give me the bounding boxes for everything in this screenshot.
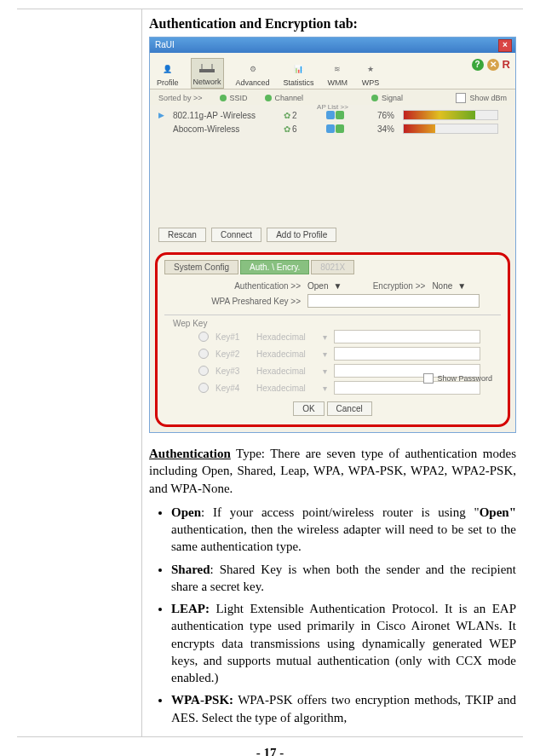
connect-button[interactable]: Connect bbox=[211, 228, 261, 242]
mode-g-icon bbox=[336, 124, 344, 133]
dot-icon bbox=[371, 95, 378, 101]
wep-key-label: Key#2 bbox=[215, 349, 250, 359]
toolbar-label: Advanced bbox=[236, 78, 270, 87]
radio-icon bbox=[198, 332, 209, 342]
wep-group: Wep Key Key#1 Hexadecimal ▾ bbox=[164, 315, 501, 396]
sort-channel[interactable]: Channel bbox=[265, 94, 304, 102]
show-password-toggle[interactable]: Show Password bbox=[423, 373, 492, 384]
ap-mode-icons bbox=[326, 124, 360, 133]
advanced-icon: ⚙ bbox=[244, 61, 262, 77]
active-indicator-icon: ▶ bbox=[158, 111, 164, 119]
item-head: LEAP: bbox=[171, 602, 210, 615]
add-to-profile-button[interactable]: Add to Profile bbox=[267, 228, 336, 242]
radio-icon bbox=[198, 383, 209, 393]
wps-icon: ★ bbox=[361, 61, 380, 77]
auth-mode-list: Open: If your access point/wireless rout… bbox=[149, 504, 516, 726]
toolbar-label: Network bbox=[193, 78, 221, 86]
toolbar-wps[interactable]: ★ WPS bbox=[359, 60, 382, 89]
checkbox-icon[interactable] bbox=[456, 93, 466, 103]
dot-icon bbox=[265, 95, 272, 101]
radio-icon bbox=[198, 349, 209, 359]
config-tabstrip: System Config Auth. \ Encry. 8021X bbox=[164, 260, 501, 274]
help-icon[interactable]: ? bbox=[472, 59, 484, 71]
auth-paragraph: Authentication Type: There are seven typ… bbox=[149, 445, 516, 497]
list-item: WPA-PSK: WPA-PSK offers two encryption m… bbox=[171, 691, 516, 726]
cancel-button[interactable]: Cancel bbox=[327, 401, 372, 416]
sort-row: Sorted by >> SSID Channel Signal Show dB… bbox=[150, 89, 515, 105]
body-text: Authentication Type: There are seven typ… bbox=[149, 445, 516, 726]
sorted-label: Sorted by >> bbox=[158, 94, 203, 102]
wep-key-type: Hexadecimal bbox=[256, 332, 316, 342]
wep-group-label: Wep Key bbox=[164, 319, 501, 328]
list-button-row: Rescan Connect Add to Profile bbox=[150, 222, 515, 247]
wep-key-input bbox=[334, 330, 480, 343]
radio-icon bbox=[198, 366, 209, 376]
close-icon[interactable]: × bbox=[498, 39, 512, 52]
list-item: Open: If your access point/wireless rout… bbox=[171, 504, 516, 556]
signal-fill bbox=[404, 111, 475, 119]
item-head: Shared bbox=[171, 563, 210, 576]
tab-auth-encry[interactable]: Auth. \ Encry. bbox=[240, 260, 309, 274]
checkbox-icon[interactable] bbox=[423, 373, 434, 384]
wep-key-type: Hexadecimal bbox=[256, 366, 316, 376]
toolbar-label: WMM bbox=[328, 78, 348, 87]
list-item: Shared: Shared Key is when both the send… bbox=[171, 561, 516, 596]
chevron-down-icon: ▾ bbox=[323, 366, 327, 376]
ap-channel: ✿6 bbox=[284, 124, 318, 134]
ap-channel: ✿2 bbox=[284, 111, 318, 120]
toolbar-statistics[interactable]: 📊 Statistics bbox=[282, 60, 316, 89]
window-titlebar[interactable]: RaUI × bbox=[150, 38, 515, 53]
sort-ssid[interactable]: SSID bbox=[220, 94, 248, 102]
wep-key-label: Key#1 bbox=[215, 332, 250, 342]
auth-panel-highlight: System Config Auth. \ Encry. 8021X Authe… bbox=[155, 252, 510, 427]
ap-signal-pct: 34% bbox=[369, 124, 394, 134]
wep-key-row: Key#2 Hexadecimal ▾ bbox=[164, 345, 501, 362]
rescan-button[interactable]: Rescan bbox=[158, 228, 206, 242]
chevron-down-icon: ▾ bbox=[323, 384, 327, 393]
list-item: LEAP: Light Extensible Authentication Pr… bbox=[171, 600, 516, 686]
toolbar: 👤 Profile Network ⚙ Ad bbox=[150, 53, 515, 89]
show-dbm-toggle[interactable]: Show dBm bbox=[456, 93, 507, 103]
wep-key-row: Key#1 Hexadecimal ▾ bbox=[164, 328, 501, 345]
wep-key-label: Key#3 bbox=[215, 366, 250, 376]
auth-row: Authentication >> Open ▼ Encryption >> N… bbox=[164, 280, 501, 292]
toolbar-network[interactable]: Network bbox=[191, 58, 224, 89]
sort-signal[interactable]: Signal bbox=[371, 94, 403, 102]
statistics-icon: 📊 bbox=[290, 61, 308, 77]
wep-key-type: Hexadecimal bbox=[256, 349, 316, 359]
ok-button[interactable]: OK bbox=[293, 401, 324, 416]
auth-value: Open bbox=[307, 281, 328, 291]
chevron-down-icon: ▼ bbox=[333, 281, 342, 291]
ap-row[interactable]: ▶ Abocom-Wireless ✿6 34% bbox=[158, 122, 507, 136]
toolbar-wmm[interactable]: ≋ WMM bbox=[326, 60, 350, 89]
item-text: : If your access point/wireless router i… bbox=[201, 505, 480, 519]
left-column bbox=[17, 9, 142, 737]
enc-dropdown[interactable]: None ▼ bbox=[432, 281, 466, 291]
auth-para-lead: Authentication bbox=[149, 447, 231, 460]
toolbar-advanced[interactable]: ⚙ Advanced bbox=[234, 60, 272, 89]
toolbar-label: Profile bbox=[157, 78, 179, 87]
signal-bar bbox=[403, 124, 498, 134]
dot-icon bbox=[220, 95, 227, 101]
tab-system-config[interactable]: System Config bbox=[164, 260, 238, 274]
mode-g-icon bbox=[336, 111, 344, 119]
toolbar-profile[interactable]: 👤 Profile bbox=[155, 60, 181, 89]
toolbar-help-icons: ? ✕ R bbox=[472, 58, 510, 71]
signal-bar bbox=[403, 110, 498, 120]
auth-dropdown[interactable]: Open ▼ bbox=[307, 281, 342, 291]
item-text: : Shared Key is when both the sender and… bbox=[171, 563, 516, 593]
chevron-down-icon: ▾ bbox=[323, 349, 327, 359]
wpa-row: WPA Preshared Key >> bbox=[164, 292, 501, 309]
ap-signal-pct: 76% bbox=[369, 111, 394, 120]
enc-label: Encryption >> bbox=[348, 281, 425, 291]
close-round-icon[interactable]: ✕ bbox=[487, 59, 499, 71]
svg-rect-0 bbox=[199, 69, 215, 72]
ap-name: 802.11g-AP -Wireless bbox=[173, 111, 275, 120]
wpa-key-input[interactable] bbox=[307, 294, 480, 308]
enc-value: None bbox=[432, 281, 452, 291]
signal-fill bbox=[404, 124, 435, 133]
document-page: Authentication and Encryption tab: RaUI … bbox=[0, 0, 540, 756]
wpa-label: WPA Preshared Key >> bbox=[198, 297, 301, 306]
tab-8021x[interactable]: 8021X bbox=[311, 260, 354, 274]
item-head: Open bbox=[171, 505, 201, 519]
